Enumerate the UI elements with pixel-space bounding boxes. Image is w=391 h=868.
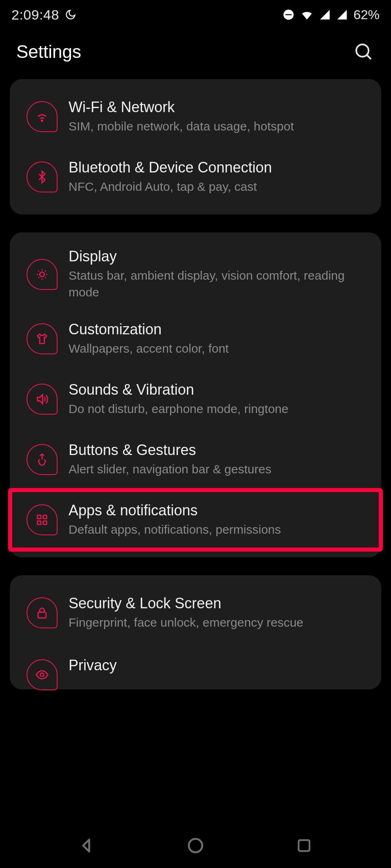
item-title: Security & Lock Screen [69, 595, 369, 612]
home-icon [187, 837, 204, 855]
svg-rect-10 [38, 612, 46, 618]
svg-rect-7 [43, 515, 47, 519]
page-title: Settings [16, 42, 81, 62]
settings-item-apps[interactable]: Apps & notifications Default apps, notif… [10, 490, 381, 550]
svg-rect-6 [38, 515, 41, 519]
item-subtitle: SIM, mobile network, data usage, hotspot [69, 118, 369, 135]
back-icon [78, 837, 96, 855]
volume-icon [27, 384, 58, 415]
nav-home-button[interactable] [181, 831, 210, 860]
search-icon [354, 42, 373, 62]
settings-item-bluetooth[interactable]: Bluetooth & Device Connection NFC, Andro… [10, 147, 381, 207]
svg-line-3 [367, 55, 371, 59]
svg-point-2 [356, 44, 369, 57]
item-subtitle: Default apps, notifications, permissions [69, 521, 369, 538]
nav-recent-button[interactable] [290, 831, 318, 860]
settings-list[interactable]: Wi-Fi & Network SIM, mobile network, dat… [0, 74, 391, 823]
signal-2-icon [336, 9, 348, 20]
settings-group: Wi-Fi & Network SIM, mobile network, dat… [10, 79, 381, 214]
wifi-icon [27, 101, 58, 132]
lock-icon [27, 597, 58, 628]
svg-rect-13 [299, 840, 310, 851]
settings-group: Display Status bar, ambient display, vis… [10, 232, 381, 557]
nav-back-button[interactable] [73, 831, 101, 860]
brightness-icon [27, 259, 58, 290]
status-bar: 2:09:48 62% [0, 0, 391, 29]
svg-point-5 [40, 272, 44, 276]
touch-icon [27, 444, 58, 475]
svg-rect-9 [43, 521, 47, 525]
item-subtitle: Alert slider, navigation bar & gestures [69, 461, 369, 478]
wifi-status-icon [300, 8, 313, 21]
battery-percentage: 62% [353, 7, 380, 22]
search-button[interactable] [353, 41, 375, 63]
item-subtitle: Status bar, ambient display, vision comf… [69, 267, 369, 300]
item-subtitle: Fingerprint, face unlock, emergency resc… [69, 614, 369, 631]
svg-rect-8 [38, 521, 41, 525]
settings-item-privacy[interactable]: Privacy [10, 643, 381, 682]
settings-item-display[interactable]: Display Status bar, ambient display, vis… [10, 240, 381, 309]
item-title: Apps & notifications [69, 502, 369, 519]
dnd-icon [282, 9, 295, 21]
recent-icon [296, 837, 312, 854]
bluetooth-icon [27, 161, 58, 192]
apps-grid-icon [27, 504, 58, 535]
privacy-icon [27, 659, 58, 690]
settings-item-sounds[interactable]: Sounds & Vibration Do not disturb, earph… [10, 369, 381, 429]
item-title: Privacy [69, 657, 369, 674]
item-title: Display [69, 248, 369, 265]
settings-item-wifi[interactable]: Wi-Fi & Network SIM, mobile network, dat… [10, 86, 381, 147]
item-subtitle: Do not disturb, earphone mode, ringtone [69, 401, 369, 417]
item-title: Bluetooth & Device Connection [69, 159, 369, 176]
item-subtitle: Wallpapers, accent color, font [69, 340, 369, 357]
bedtime-icon [65, 9, 76, 20]
item-title: Sounds & Vibration [69, 381, 369, 398]
item-subtitle: NFC, Android Auto, tap & pay, cast [69, 179, 369, 195]
settings-item-buttons[interactable]: Buttons & Gestures Alert slider, navigat… [10, 429, 381, 490]
svg-point-12 [189, 839, 202, 853]
settings-item-security[interactable]: Security & Lock Screen Fingerprint, face… [10, 583, 381, 643]
shirt-icon [27, 323, 58, 354]
settings-item-customization[interactable]: Customization Wallpapers, accent color, … [10, 309, 381, 369]
navigation-bar [0, 823, 391, 868]
item-title: Wi-Fi & Network [69, 99, 369, 116]
item-title: Customization [69, 321, 369, 338]
svg-rect-1 [285, 14, 291, 15]
settings-header: Settings [0, 29, 391, 74]
signal-1-icon [319, 9, 331, 20]
settings-group: Security & Lock Screen Fingerprint, face… [10, 575, 381, 689]
status-time: 2:09:48 [11, 7, 59, 23]
item-title: Buttons & Gestures [69, 442, 369, 459]
svg-point-11 [40, 673, 44, 677]
svg-point-4 [42, 120, 43, 121]
